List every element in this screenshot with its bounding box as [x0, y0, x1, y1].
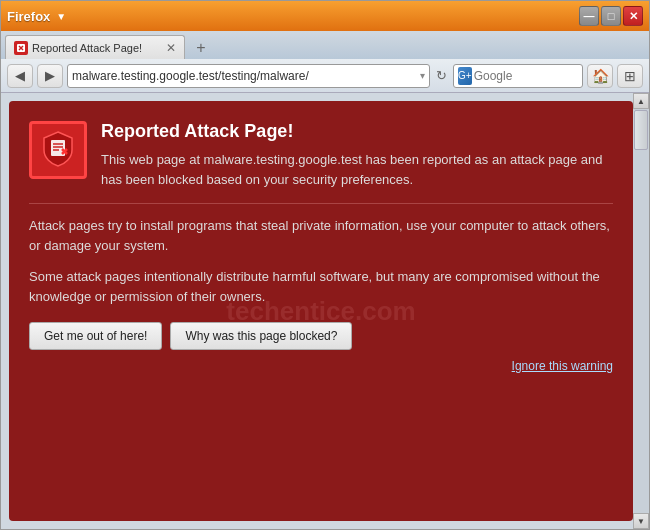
firefox-label: Firefox	[7, 9, 50, 24]
google-icon: G+	[458, 70, 472, 81]
maximize-button[interactable]: □	[601, 6, 621, 26]
search-engine-icon: G+	[458, 67, 472, 85]
minimize-button[interactable]: —	[579, 6, 599, 26]
window-controls: — □ ✕	[579, 6, 643, 26]
home-button[interactable]: 🏠	[587, 64, 613, 88]
scroll-up-button[interactable]: ▲	[633, 93, 649, 109]
scroll-thumb[interactable]	[634, 110, 648, 150]
tab-bar: Reported Attack Page! ✕ +	[1, 31, 649, 59]
address-input[interactable]	[72, 69, 418, 83]
scroll-track[interactable]	[633, 109, 649, 513]
forward-button[interactable]: ▶	[37, 64, 63, 88]
home-icon: 🏠	[592, 68, 609, 84]
attack-icon	[29, 121, 87, 179]
content-divider	[29, 203, 613, 204]
attack-description: This web page at malware.testing.google.…	[101, 150, 613, 189]
tab-label: Reported Attack Page!	[32, 42, 162, 54]
title-bar-left: Firefox ▼	[7, 9, 66, 24]
refresh-button[interactable]: ↻	[434, 68, 449, 83]
ignore-link-container: Ignore this warning	[29, 358, 613, 373]
tab-favicon-icon	[14, 41, 28, 55]
attack-title-block: Reported Attack Page! This web page at m…	[101, 121, 613, 189]
content-area: techentice.com	[1, 93, 649, 529]
attack-page-title: Reported Attack Page!	[101, 121, 613, 142]
attack-info-2: Some attack pages intentionally distribu…	[29, 267, 613, 306]
attack-info-1: Attack pages try to install programs tha…	[29, 216, 613, 255]
title-bar: Firefox ▼ — □ ✕	[1, 1, 649, 31]
new-tab-button[interactable]: +	[189, 37, 213, 59]
address-bar[interactable]: ▾	[67, 64, 430, 88]
scrollbar: ▲ ▼	[633, 93, 649, 529]
close-button[interactable]: ✕	[623, 6, 643, 26]
address-dropdown-icon[interactable]: ▾	[420, 70, 425, 81]
back-icon: ◀	[15, 68, 25, 83]
action-buttons: Get me out of here! Why was this page bl…	[29, 322, 613, 350]
escape-button[interactable]: Get me out of here!	[29, 322, 162, 350]
why-blocked-button[interactable]: Why was this page blocked?	[170, 322, 352, 350]
search-bar[interactable]: G+ 🔍	[453, 64, 583, 88]
extra-button[interactable]: ⊞	[617, 64, 643, 88]
extra-icon: ⊞	[624, 68, 636, 84]
shield-blocked-icon	[38, 128, 78, 173]
navigation-bar: ◀ ▶ ▾ ↻ G+ 🔍 🏠 ⊞	[1, 59, 649, 93]
tab-attack-page[interactable]: Reported Attack Page! ✕	[5, 35, 185, 59]
browser-window: Firefox ▼ — □ ✕ Reported Attack Page! ✕ …	[0, 0, 650, 530]
attack-page-content: techentice.com	[9, 101, 633, 521]
attack-header: Reported Attack Page! This web page at m…	[29, 121, 613, 189]
scroll-down-button[interactable]: ▼	[633, 513, 649, 529]
forward-icon: ▶	[45, 68, 55, 83]
tab-close-icon[interactable]: ✕	[166, 41, 176, 55]
back-button[interactable]: ◀	[7, 64, 33, 88]
ignore-warning-link[interactable]: Ignore this warning	[512, 359, 613, 373]
firefox-menu-dropdown[interactable]: ▼	[56, 11, 66, 22]
